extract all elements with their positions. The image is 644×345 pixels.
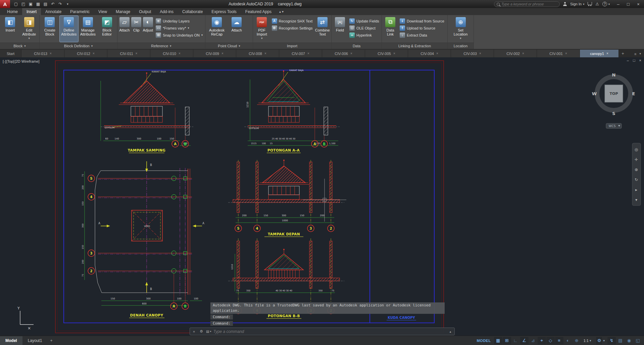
panel-title-data[interactable]: Data	[332, 43, 382, 49]
maximize-button[interactable]: □	[623, 0, 633, 8]
qat-dropdown-icon[interactable]: ▾	[64, 1, 71, 7]
showmotion-icon[interactable]: ▸	[635, 187, 637, 192]
navbar-menu-icon[interactable]: ▾	[635, 197, 637, 202]
file-tab-civ001[interactable]: CIV-001×	[537, 50, 580, 57]
grid-icon[interactable]: ▦	[494, 337, 502, 344]
insert-button[interactable]: ◧ Insert	[1, 16, 19, 42]
tab-close-icon[interactable]: ×	[350, 52, 352, 55]
underlay-layers-button[interactable]: ≣Underlay Layers	[156, 18, 203, 24]
viewcube-west[interactable]: W	[592, 91, 597, 96]
tab-close-icon[interactable]: ×	[565, 52, 567, 55]
ribbon-tab-view[interactable]: View	[94, 8, 111, 15]
viewcube[interactable]: N W E S TOP WCS	[592, 72, 635, 128]
ribbon-tab-express-tools[interactable]: Express Tools	[207, 8, 241, 15]
tab-close-icon[interactable]: ×	[307, 52, 309, 55]
recognize-shx-button[interactable]: ARecognize SHX Text	[272, 18, 313, 24]
viewcube-south[interactable]: S	[612, 111, 615, 116]
panel-title-import[interactable]: Import	[253, 43, 331, 49]
extract-data-button[interactable]: ↓Extract Data	[400, 32, 444, 38]
viewport-menu-button[interactable]: [-]	[3, 59, 6, 63]
ribbon-tab-output[interactable]: Output	[135, 8, 155, 15]
file-tab-canopy1[interactable]: canopy1×	[580, 50, 619, 57]
alert-icon[interactable]: ⚠	[595, 2, 599, 6]
autocad-logo-icon[interactable]: A	[0, 0, 10, 8]
file-tab-civ012[interactable]: CIV-012×	[64, 50, 107, 57]
new-layout-button[interactable]: +	[47, 336, 55, 345]
doc-restore-button[interactable]: □	[633, 58, 635, 62]
save-icon[interactable]: ▣	[28, 1, 34, 7]
panel-title-location[interactable]: Location	[448, 43, 474, 49]
new-icon[interactable]: ▢	[13, 1, 19, 7]
object-snap-icon[interactable]: ◇	[546, 337, 555, 344]
recent-commands-icon[interactable]: ▤▾	[206, 330, 211, 333]
attach-point-cloud-button[interactable]: ☁ Attach	[228, 16, 245, 42]
field-button[interactable]: [A] Field	[333, 16, 347, 42]
viewport-view-button[interactable]: [Top]	[6, 59, 14, 63]
tab-list-icon[interactable]: ≡	[634, 52, 636, 56]
selection-cycling-icon[interactable]: ⊕	[573, 337, 581, 344]
ribbon-tab-featured-apps[interactable]: Featured Apps	[241, 8, 276, 15]
file-tab-civ006[interactable]: CIV-006×	[322, 50, 365, 57]
zoom-icon[interactable]: ⊕	[635, 167, 638, 172]
attach-button[interactable]: ▱ Attach	[118, 16, 131, 42]
tab-close-icon[interactable]: ×	[179, 52, 181, 55]
block-editor-button[interactable]: ◩ Block Editor	[98, 16, 116, 42]
command-customize-icon[interactable]: ⚙	[199, 329, 204, 334]
new-tab-button[interactable]: +	[619, 50, 627, 57]
file-tab-civ011[interactable]: CIV-011×	[107, 50, 150, 57]
command-input[interactable]	[213, 329, 446, 334]
ribbon-tab-parametric[interactable]: Parametric	[66, 8, 94, 15]
clean-screen-icon[interactable]: ◱	[634, 337, 642, 344]
annotation-monitor-icon[interactable]: ↯	[607, 337, 616, 344]
panel-title-block[interactable]: Block▾	[0, 43, 39, 49]
ribbon-tab-annotate[interactable]: Annotate	[41, 8, 66, 15]
model-tab[interactable]: Model	[0, 336, 22, 345]
tab-overflow-caret-icon[interactable]: ▾	[639, 52, 641, 56]
data-link-button[interactable]: ⧉ Data Link	[383, 16, 398, 42]
navigation-wheel-icon[interactable]: ◎	[635, 147, 638, 152]
file-tab-civ010[interactable]: CIV-010×	[150, 50, 193, 57]
command-close-icon[interactable]: ×	[191, 330, 197, 334]
update-fields-button[interactable]: ↻Update Fields	[349, 18, 379, 24]
polar-tracking-icon[interactable]: ∠	[520, 337, 529, 344]
workspace-switching-button[interactable]: ⚙▾	[594, 337, 607, 344]
command-line[interactable]: × ⚙ ▤▾ ▴	[190, 328, 455, 335]
drawing-canvas[interactable]: [-] [Top] [2D Wireframe] – □ × KAWAT BAJ…	[0, 57, 644, 336]
orbit-icon[interactable]: ↻	[635, 177, 638, 182]
help-button[interactable]: ?▾	[602, 2, 610, 6]
file-tab-civ005[interactable]: CIV-005×	[365, 50, 408, 57]
download-from-source-button[interactable]: ⇓Download from Source	[400, 18, 444, 24]
doc-close-button[interactable]: ×	[639, 58, 641, 62]
tab-close-icon[interactable]: ×	[436, 52, 438, 55]
file-tab-civ003[interactable]: CIV-003×	[451, 50, 494, 57]
undo-icon[interactable]: ↶	[50, 1, 56, 7]
file-tab-civ013[interactable]: CIV-013×	[21, 50, 64, 57]
tab-close-icon[interactable]: ×	[221, 52, 224, 55]
tab-close-icon[interactable]: ×	[393, 52, 395, 55]
ribbon-tab-home[interactable]: Home	[3, 8, 22, 15]
app-store-icon[interactable]	[588, 2, 592, 5]
quick-properties-icon[interactable]: ▤	[616, 337, 625, 344]
tab-close-icon[interactable]: ×	[50, 52, 52, 55]
tab-close-icon[interactable]: ×	[479, 52, 481, 55]
isolate-objects-icon[interactable]: ◉	[625, 337, 633, 344]
tab-close-icon[interactable]: ×	[606, 52, 608, 55]
tab-close-icon[interactable]: ×	[93, 52, 95, 55]
viewcube-north[interactable]: N	[612, 72, 616, 77]
panel-title-block-definition[interactable]: Block Definition▾	[40, 43, 117, 49]
panel-title-linking-extraction[interactable]: Linking & Extraction	[382, 43, 447, 49]
search-input[interactable]	[501, 2, 557, 6]
ribbon-minimize-button[interactable]: ▴▾	[276, 8, 287, 15]
edit-attribute-button[interactable]: ◨ Edit Attribute ▾	[20, 16, 39, 42]
command-history-toggle-icon[interactable]: ▴	[448, 330, 453, 333]
combine-text-button[interactable]: ⇄ Combine Text	[314, 16, 330, 42]
clip-button[interactable]: ✂ Clip	[131, 16, 142, 42]
model-space-button[interactable]: MODEL	[477, 339, 491, 343]
define-attributes-button[interactable]: ∇ Define Attributes	[60, 16, 78, 42]
viewport-visual-style-button[interactable]: [2D Wireframe]	[15, 59, 40, 63]
panel-title-point-cloud[interactable]: Point Cloud▾	[205, 43, 253, 49]
file-tab-civ002[interactable]: CIV-002×	[494, 50, 537, 57]
layout1-tab[interactable]: Layout1	[22, 336, 48, 345]
object-snap-tracking-icon[interactable]: ⌖	[538, 337, 546, 344]
adjust-button[interactable]: ◐ Adjust	[142, 16, 154, 42]
